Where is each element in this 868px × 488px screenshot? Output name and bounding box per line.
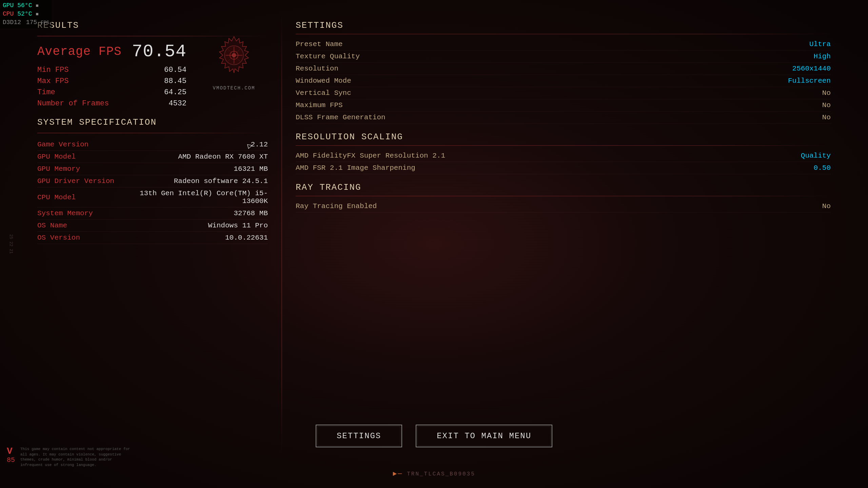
- hud-overlay: GPU 56°C ■ CPU 52°C ■ D3D12 175 FPS: [0, 0, 52, 28]
- results-title: Results: [37, 20, 268, 30]
- hud-cpu-row: CPU 52°C ■: [3, 10, 49, 18]
- os-name-row: OS Name Windows 11 Pro: [37, 220, 268, 232]
- system-spec-section: System Specification Game Version 2.12 G…: [37, 117, 268, 244]
- ray-tracing-enabled-value: No: [822, 202, 831, 210]
- logo-text: VMODTECH.COM: [200, 85, 268, 91]
- avg-fps-row: Average FPS 70.54: [37, 42, 186, 62]
- preset-value: Ultra: [809, 40, 831, 48]
- ray-tracing-section: Ray Tracing Ray Tracing Enabled No: [296, 182, 831, 212]
- time-label: Time: [37, 88, 55, 97]
- gpu-memory-label: GPU Memory: [37, 165, 125, 173]
- texture-label: Texture Quality: [296, 53, 360, 60]
- hud-d3d-row: D3D12 175 FPS: [3, 18, 49, 27]
- avg-fps-value: 70.54: [132, 42, 186, 62]
- cpu-model-label: CPU Model: [37, 194, 125, 201]
- hud-d3d-label: D3D12: [3, 19, 21, 26]
- maxfps-value: No: [822, 101, 831, 109]
- maxfps-row: Maximum FPS No: [296, 99, 831, 111]
- footer-text: ►─ TRN_TLCAS_B09035: [393, 470, 475, 478]
- settings-divider: [296, 34, 831, 34]
- vsync-value: No: [822, 89, 831, 97]
- ray-tracing-enabled-row: Ray Tracing Enabled No: [296, 200, 831, 212]
- ray-tracing-enabled-label: Ray Tracing Enabled: [296, 202, 377, 210]
- footer-bar: ►─ TRN_TLCAS_B09035: [0, 470, 868, 478]
- vmodtech-logo: [209, 35, 259, 82]
- version-small-text: This game may contain content not approp…: [20, 447, 136, 468]
- windowed-label: Windowed Mode: [296, 77, 351, 85]
- version-85: 85: [7, 456, 15, 464]
- cpu-model-row: CPU Model 13th Gen Intel(R) Core(TM) i5-…: [37, 187, 268, 207]
- version-logo: V 85 This game may contain content not a…: [7, 447, 136, 468]
- os-name-value: Windows 11 Pro: [208, 222, 268, 229]
- frames-row: Number of Frames 4532: [37, 98, 186, 109]
- max-fps-label: Max FPS: [37, 77, 68, 85]
- version-v: V: [7, 446, 13, 456]
- logo-container: VMODTECH.COM: [200, 35, 268, 91]
- min-fps-row: Min FPS 60.54: [37, 64, 186, 76]
- vsync-label: Vertical Sync: [296, 89, 351, 97]
- fsr-sharpening-value: 0.50: [814, 164, 831, 172]
- gpu-driver-label: GPU Driver Version: [37, 177, 125, 185]
- avg-fps-label: Average FPS: [37, 45, 122, 59]
- windowed-row: Windowed Mode Fullscreen: [296, 75, 831, 87]
- gpu-memory-row: GPU Memory 16321 MB: [37, 163, 268, 175]
- resolution-scaling-section: Resolution Scaling AMD FidelityFX Super …: [296, 132, 831, 174]
- ray-tracing-title: Ray Tracing: [296, 182, 831, 192]
- hud-cpu-label: CPU: [3, 11, 14, 17]
- os-version-row: OS Version 10.0.22631: [37, 232, 268, 244]
- gpu-model-label: GPU Model: [37, 153, 125, 161]
- max-fps-row: Max FPS 88.45: [37, 76, 186, 87]
- min-fps-value: 60.54: [164, 66, 186, 74]
- res-scaling-divider: [296, 145, 831, 146]
- fsr-value: Quality: [801, 152, 831, 160]
- dlss-label: DLSS Frame Generation: [296, 114, 386, 121]
- system-spec-title: System Specification: [37, 117, 268, 127]
- min-fps-label: Min FPS: [37, 66, 68, 74]
- os-version-label: OS Version: [37, 234, 125, 242]
- dlss-value: No: [822, 114, 831, 121]
- settings-title: Settings: [296, 20, 831, 30]
- vsync-row: Vertical Sync No: [296, 87, 831, 99]
- hud-gpu-label: GPU: [3, 2, 14, 9]
- gpu-driver-value: Radeon software 24.5.1: [174, 177, 268, 185]
- windowed-value: Fullscreen: [788, 77, 831, 85]
- texture-value: High: [814, 53, 831, 60]
- fsr-row: AMD FidelityFX Super Resolution 2.1 Qual…: [296, 150, 831, 162]
- game-version-value: 2.12: [251, 141, 268, 148]
- settings-section: Settings Preset Name Ultra Texture Quali…: [296, 20, 831, 124]
- settings-button[interactable]: Settings: [316, 425, 402, 447]
- exit-button[interactable]: Exit to Main Menu: [416, 425, 552, 447]
- system-spec-divider: [37, 133, 268, 133]
- dlss-row: DLSS Frame Generation No: [296, 111, 831, 124]
- resolution-row: Resolution 868x488: [296, 63, 831, 75]
- ray-tracing-divider: [296, 196, 831, 196]
- time-value: 64.25: [164, 88, 186, 97]
- main-content: Results Average FPS 70.54 Min FPS 60.54 …: [37, 14, 831, 454]
- sys-memory-row: System Memory 32768 MB: [37, 207, 268, 220]
- resolution-value: 868x488: [792, 65, 831, 73]
- hud-gpu-value: 56°C: [17, 2, 36, 9]
- gpu-driver-row: GPU Driver Version Radeon software 24.5.…: [37, 175, 268, 187]
- bottom-buttons: Settings Exit to Main Menu: [37, 425, 831, 447]
- time-row: Time 64.25: [37, 87, 186, 98]
- os-name-label: OS Name: [37, 222, 125, 229]
- center-divider: [281, 14, 282, 454]
- cpu-model-value: 13th Gen Intel(R) Core(TM) i5-13600K: [125, 189, 268, 205]
- footer-code: TRN_TLCAS_B09035: [407, 471, 475, 477]
- resolution-label: Resolution: [296, 65, 338, 73]
- left-side-decoration: 25 22 21: [7, 234, 14, 254]
- fsr-sharpening-row: AMD FSR 2.1 Image Sharpening 0.50: [296, 162, 831, 174]
- game-version-row: Game Version 2.12: [37, 139, 268, 151]
- fsr-sharpening-label: AMD FSR 2.1 Image Sharpening: [296, 164, 415, 172]
- res-scaling-title: Resolution Scaling: [296, 132, 831, 142]
- preset-row: Preset Name Ultra: [296, 38, 831, 50]
- max-fps-value: 88.45: [164, 77, 186, 85]
- fps-section: Average FPS 70.54 Min FPS 60.54 Max FPS …: [37, 42, 268, 109]
- right-panel: Settings Preset Name Ultra Texture Quali…: [289, 14, 831, 454]
- hud-cpu-value: 52°C: [17, 11, 36, 17]
- frames-label: Number of Frames: [37, 99, 109, 108]
- version-v-num: V 85: [7, 447, 18, 464]
- preset-label: Preset Name: [296, 40, 343, 48]
- frames-value: 4532: [169, 99, 186, 108]
- texture-row: Texture Quality High: [296, 50, 831, 63]
